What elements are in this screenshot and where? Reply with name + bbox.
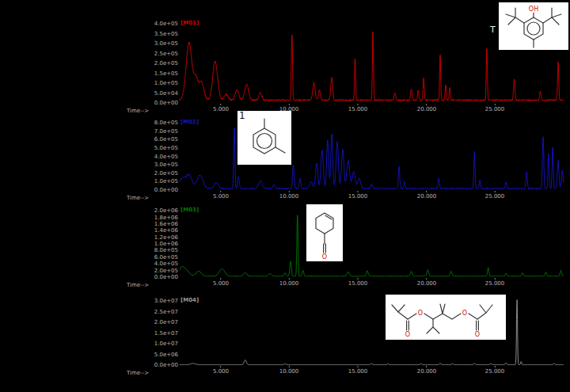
x-tick-label: 5.000 (203, 280, 238, 287)
y-tick-label: 3.5e+05 (121, 31, 178, 37)
y-tick-label: 2.0e+05 (121, 60, 178, 67)
oh-atom-label: OH (529, 6, 538, 13)
x-tick-label: 15.000 (340, 193, 375, 200)
bht-structure-drawing: OH (499, 2, 568, 50)
diol-diisobutyrate-drawing: O O O O (386, 295, 506, 340)
y-tick-label: 0.0e+00 (121, 187, 178, 193)
y-tick-label: 2.0e+05 (121, 268, 178, 274)
y-tick-label: 1.5e+05 (121, 70, 178, 77)
y-tick-label: 1.0e+05 (121, 80, 178, 86)
time-axis-label: Time--> (127, 195, 158, 201)
y-tick-label: 0.0e+00 (121, 362, 178, 368)
y-tick-label: 1.8e+06 (121, 215, 178, 221)
x-tick-label: 5.000 (203, 368, 238, 375)
y-tick-label: 2.0e+06 (121, 207, 178, 214)
x-tick-label: 15.000 (340, 280, 375, 287)
o-atom-label: O (462, 310, 467, 317)
peak-annotation-1: 1 (239, 111, 245, 121)
chromatogram-figure: 4.0e+053.5e+053.0e+052.5e+052.0e+051.5e+… (0, 0, 570, 392)
y-tick-label: 1.0e+07 (121, 341, 178, 347)
molecule-inset-bht: OH (499, 2, 568, 50)
x-tick-label: 5.000 (203, 106, 238, 112)
y-tick-label: 4.0e+05 (121, 261, 178, 267)
y-tick-label: 1.2e+06 (121, 234, 178, 241)
time-axis-label: Time--> (127, 370, 158, 376)
molecule-inset-cyclohexene-carbaldehyde: O (306, 204, 343, 261)
chromatogram-1-label: [M01] (180, 20, 199, 26)
o-atom-label: O (405, 331, 410, 338)
y-tick-label: 8.0e+05 (121, 120, 178, 126)
x-tick-label: 10.000 (272, 280, 306, 287)
y-tick-label: 4.0e+05 (121, 21, 178, 27)
y-tick-label: 3.0e+07 (121, 298, 178, 304)
y-tick-label: 0.0e+00 (121, 100, 178, 106)
x-tick-label: 5.000 (203, 193, 238, 200)
chromatogram-4-label: [M04] (180, 297, 199, 303)
x-tick-label: 25.000 (477, 280, 512, 287)
y-tick-label: 6.0e+05 (121, 254, 178, 261)
m-xylene-structure-drawing (238, 111, 291, 165)
y-tick-label: 6.0e+05 (121, 136, 178, 143)
y-tick-label: 8.0e+05 (121, 247, 178, 253)
time-axis-label: Time--> (127, 108, 158, 114)
x-tick-label: 15.000 (340, 106, 375, 112)
y-tick-label: 3.0e+05 (121, 40, 178, 47)
y-tick-label: 7.0e+05 (121, 128, 178, 135)
x-tick-label: 20.000 (409, 280, 444, 287)
y-tick-label: 0.0e+00 (121, 274, 178, 280)
x-tick-label: 10.000 (272, 368, 306, 375)
x-tick-label: 20.000 (409, 106, 444, 112)
o-atom-label: O (418, 310, 423, 317)
y-tick-label: 1.5e+07 (121, 330, 178, 337)
peak-annotation-t: T (490, 25, 496, 35)
time-axis-label: Time--> (127, 282, 158, 288)
y-tick-label: 1.0e+06 (121, 241, 178, 247)
y-tick-label: 1.0e+05 (121, 178, 178, 185)
x-tick-label: 10.000 (272, 193, 306, 200)
chromatogram-3-label: [M03] (180, 207, 199, 213)
chromatogram-3-trace (180, 215, 564, 276)
molecule-inset-m-xylene (238, 111, 291, 165)
o-atom-label: O (475, 331, 480, 338)
y-tick-label: 1.6e+06 (121, 221, 178, 227)
y-tick-label: 1.4e+06 (121, 227, 178, 234)
y-tick-label: 2.0e+05 (121, 170, 178, 177)
chromatogram-2-label: [M02] (180, 119, 199, 125)
y-tick-label: 2.0e+07 (121, 319, 178, 325)
x-tick-label: 20.000 (409, 368, 444, 375)
o-atom-label: O (322, 253, 327, 261)
chromatogram-4-trace (180, 300, 564, 365)
y-tick-label: 5.0e+04 (121, 90, 178, 97)
x-tick-label: 25.000 (477, 193, 512, 200)
x-tick-label: 20.000 (409, 193, 444, 200)
x-tick-label: 25.000 (477, 106, 512, 112)
y-tick-label: 5.0e+05 (121, 145, 178, 151)
cyclohexene-carbaldehyde-drawing: O (306, 204, 343, 261)
x-tick-label: 15.000 (340, 368, 375, 375)
y-tick-label: 2.5e+07 (121, 309, 178, 315)
x-tick-label: 25.000 (477, 368, 512, 375)
y-tick-label: 4.0e+05 (121, 154, 178, 160)
y-tick-label: 2.5e+05 (121, 51, 178, 57)
y-tick-label: 3.0e+05 (121, 162, 178, 168)
molecule-inset-diol-diisobutyrate: O O O O (386, 295, 506, 340)
y-tick-label: 5.0e+06 (121, 352, 178, 358)
